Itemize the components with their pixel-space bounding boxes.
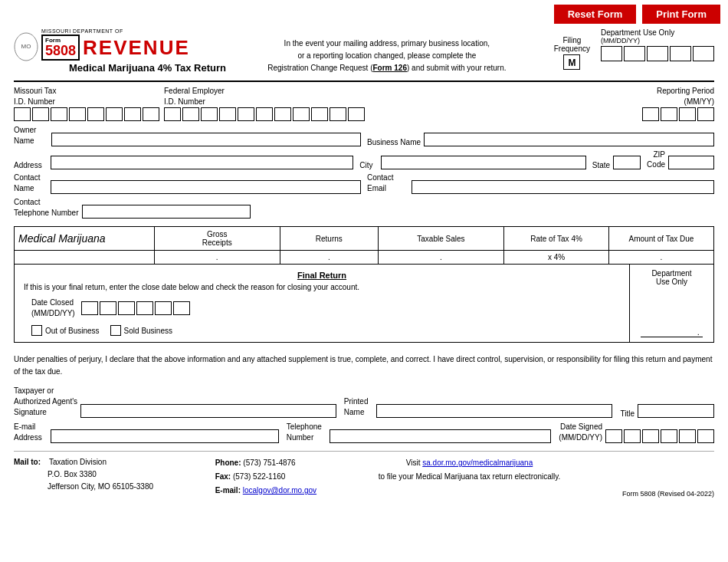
date-signed-box-2[interactable] [624, 429, 641, 443]
out-of-business-checkbox[interactable] [31, 325, 42, 336]
zip-code-input[interactable] [668, 156, 714, 169]
footer-website-link[interactable]: sa.dor.mo.gov/medicalmarijuana [422, 458, 533, 467]
contact-telephone-input[interactable] [82, 205, 251, 219]
email-address-input[interactable] [51, 429, 279, 443]
mo-tax-id-box-1[interactable] [14, 107, 31, 121]
dept-box-5[interactable] [693, 46, 714, 61]
fed-ein-box-1[interactable] [164, 107, 181, 121]
final-dept-dot[interactable]: . [641, 327, 703, 337]
date-closed-box-6[interactable] [173, 301, 190, 315]
mo-tax-id-box-2[interactable] [32, 107, 49, 121]
address-label: Address [14, 161, 48, 169]
header-notice: In the event your mailing address, prima… [231, 38, 543, 74]
form-ref: Form 5808 (Revised 04-2022) [622, 490, 714, 498]
reset-button[interactable]: Reset Form [554, 5, 637, 24]
owner-name-input[interactable] [51, 133, 361, 146]
dept-box-1[interactable] [601, 46, 622, 61]
fed-ein-box-2[interactable] [182, 107, 199, 121]
mo-seal: MO [14, 31, 38, 62]
rp-box-4[interactable] [697, 107, 714, 121]
col-returns: Returns [280, 227, 378, 251]
date-closed-box-4[interactable] [136, 301, 153, 315]
date-closed-box-1[interactable] [81, 301, 98, 315]
visit-text2: to file your Medical Marijuana tax retur… [379, 472, 561, 481]
footer-email-link[interactable]: localgov@dor.mo.gov [243, 486, 316, 495]
state-input[interactable] [613, 156, 641, 169]
reporting-period-label: Reporting Period (MM/YY) [642, 86, 714, 107]
mo-tax-id-box-7[interactable] [124, 107, 141, 121]
amount-due-cell[interactable]: . [609, 251, 714, 265]
fed-ein-box-3[interactable] [201, 107, 218, 121]
mo-tax-id-box-4[interactable] [69, 107, 86, 121]
contact-name-label: Contact Name [14, 173, 48, 194]
date-signed-box-4[interactable] [661, 429, 677, 443]
dept-box-2[interactable] [624, 46, 645, 61]
mo-tax-id-box-6[interactable] [106, 107, 123, 121]
print-button[interactable]: Print Form [642, 5, 720, 24]
rate-label: x 4% [508, 253, 605, 261]
rate-cell: x 4% [504, 251, 609, 265]
fed-ein-box-5[interactable] [238, 107, 254, 121]
gross-receipts-cell[interactable]: . [154, 251, 280, 265]
filing-frequency-value: M [563, 54, 580, 70]
state-label: State [592, 161, 610, 169]
rp-box-1[interactable] [642, 107, 659, 121]
date-signed-box-1[interactable] [605, 429, 622, 443]
out-of-business-label: Out of Business [45, 327, 100, 335]
fed-ein-box-10[interactable] [330, 107, 346, 121]
mo-tax-id-box-3[interactable] [51, 107, 67, 121]
zip-code-label: ZIP Code [647, 150, 665, 169]
city-input[interactable] [381, 156, 586, 169]
taxpayer-signature-input[interactable] [80, 404, 336, 418]
business-name-input[interactable] [424, 133, 714, 146]
svg-text:MO: MO [21, 43, 31, 50]
date-closed-box-3[interactable] [118, 301, 135, 315]
form126-link[interactable]: Form 126 [373, 64, 407, 72]
dept-box-3[interactable] [647, 46, 668, 61]
title-input[interactable] [638, 404, 714, 418]
fed-ein-box-7[interactable] [274, 107, 291, 121]
filing-frequency-label: Filing Frequency [554, 36, 590, 53]
contact-email-label: Contact Email [367, 173, 408, 194]
fax-label: Fax: [215, 472, 231, 481]
email-address-label: E-mail Address [14, 422, 48, 443]
printed-name-label: Printed Name [344, 396, 373, 418]
date-closed-box-5[interactable] [155, 301, 172, 315]
date-closed-box-2[interactable] [100, 301, 116, 315]
contact-name-input[interactable] [51, 180, 361, 194]
dept-use-only-label: Department Use Only [601, 28, 674, 37]
fed-ein-box-9[interactable] [311, 107, 328, 121]
visit-text: Visit [406, 458, 423, 467]
date-signed-box-3[interactable] [642, 429, 659, 443]
mo-tax-id-box-8[interactable] [143, 107, 159, 121]
perjury-text: Under penalties of perjury, I declare th… [14, 353, 714, 378]
col-amount-due: Amount of Tax Due [609, 227, 714, 251]
sold-business-label: Sold Business [124, 327, 172, 335]
returns-cell[interactable]: . [280, 251, 378, 265]
date-signed-box-5[interactable] [679, 429, 696, 443]
col-taxable-sales: Taxable Sales [378, 227, 503, 251]
taxable-sales-cell[interactable]: . [378, 251, 503, 265]
rp-box-2[interactable] [661, 107, 677, 121]
address-input[interactable] [51, 156, 353, 169]
med-mj-label: Medical Marijuana [18, 229, 150, 248]
col-gross-receipts: Gross Receipts [154, 227, 280, 251]
telephone-input[interactable] [330, 429, 552, 443]
phone-label: Phone: [215, 458, 241, 467]
form-number: 5808 [45, 44, 76, 58]
fed-ein-box-4[interactable] [219, 107, 236, 121]
rp-box-3[interactable] [679, 107, 696, 121]
printed-name-input[interactable] [376, 404, 613, 418]
dept-date-format: (MM/DD/YY) [601, 37, 640, 44]
sold-business-checkbox[interactable] [110, 325, 121, 336]
final-return-title: Final Return [24, 271, 620, 280]
date-signed-box-6[interactable] [697, 429, 714, 443]
mail-to-label: Mail to: [14, 458, 41, 466]
business-name-label: Business Name [367, 138, 421, 146]
fed-ein-box-8[interactable] [293, 107, 310, 121]
dept-box-4[interactable] [670, 46, 691, 61]
fed-ein-box-11[interactable] [348, 107, 365, 121]
mo-tax-id-box-5[interactable] [87, 107, 104, 121]
fed-ein-box-6[interactable] [256, 107, 273, 121]
contact-email-input[interactable] [412, 180, 714, 194]
